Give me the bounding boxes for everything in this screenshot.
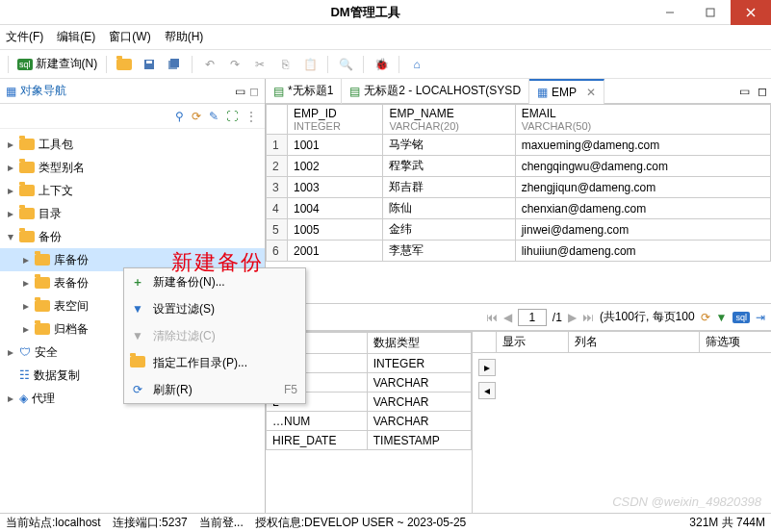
link-icon[interactable]: ⚲ bbox=[175, 110, 184, 123]
folder-icon bbox=[19, 231, 35, 242]
menu-window[interactable]: 窗口(W) bbox=[109, 29, 150, 45]
nav-icon: ▦ bbox=[6, 85, 16, 98]
sql-icon[interactable]: sql bbox=[732, 312, 750, 323]
sql-tab-icon: ▤ bbox=[273, 85, 284, 98]
menu-edit[interactable]: 编辑(E) bbox=[57, 29, 95, 45]
table-row[interactable]: 21002程擎武chengqingwu@dameng.com bbox=[267, 156, 771, 177]
refresh-icon[interactable]: ⟳ bbox=[701, 311, 710, 324]
redo-icon[interactable]: ↷ bbox=[223, 53, 246, 76]
tree-node-backup[interactable]: ▾备份 bbox=[0, 225, 265, 248]
ctx-set-filter[interactable]: ▼设置过滤(S) bbox=[124, 295, 305, 322]
schema-row[interactable]: HIRE_DATETIMESTAMP bbox=[267, 431, 472, 450]
nav-title: 对象导航 bbox=[20, 83, 231, 99]
open-folder-icon[interactable] bbox=[113, 53, 136, 76]
table-icon: ▦ bbox=[537, 86, 548, 99]
tab-restore-icon[interactable]: ◻ bbox=[754, 85, 771, 98]
editor-tabs: ▤*无标题1 ▤无标题2 - LOCALHOST(SYSD ▦EMP✕ ▭ ◻ bbox=[266, 79, 771, 104]
tree-node[interactable]: ▸工具包 bbox=[0, 133, 265, 156]
menu-file[interactable]: 文件(F) bbox=[6, 29, 43, 45]
filter-icon[interactable]: ▼ bbox=[716, 311, 728, 324]
col-header[interactable]: EMP_NAME bbox=[389, 107, 508, 120]
refresh-icon: ⟳ bbox=[130, 383, 145, 396]
replicate-icon: ☷ bbox=[19, 368, 30, 382]
table-row[interactable]: 62001李慧军lihuiiun@dameng.com bbox=[267, 241, 771, 262]
edit-icon[interactable]: ✎ bbox=[209, 110, 218, 123]
cut-icon[interactable]: ✂ bbox=[248, 53, 271, 76]
annotation-text: 新建备份 bbox=[171, 248, 264, 277]
maximize-button[interactable] bbox=[690, 0, 731, 25]
folder-icon bbox=[19, 162, 35, 173]
folder-icon bbox=[19, 139, 35, 150]
sql-tab-icon: ▤ bbox=[349, 85, 360, 98]
home-icon[interactable]: ⌂ bbox=[405, 53, 428, 76]
expand-icon[interactable]: ⛶ bbox=[226, 110, 238, 123]
menu-icon[interactable]: ⋮ bbox=[245, 110, 257, 123]
new-query-button[interactable]: sql 新建查询(N) bbox=[14, 53, 100, 76]
folder-icon bbox=[35, 300, 50, 312]
folder-icon bbox=[130, 356, 145, 370]
search-icon[interactable]: 🔍 bbox=[334, 53, 357, 76]
plus-icon: ＋ bbox=[130, 274, 145, 291]
tab-untitled2[interactable]: ▤无标题2 - LOCALHOST(SYSD bbox=[342, 79, 529, 104]
undo-icon[interactable]: ↶ bbox=[198, 53, 221, 76]
toolbar: sql 新建查询(N) ↶ ↷ ✂ ⎘ 📋 🔍 🐞 ⌂ bbox=[0, 50, 771, 79]
pager-next-icon[interactable]: ▶ bbox=[568, 311, 577, 324]
svg-rect-5 bbox=[146, 61, 152, 63]
menu-help[interactable]: 帮助(H) bbox=[165, 29, 204, 45]
pager-prev-icon[interactable]: ◀ bbox=[503, 311, 512, 324]
status-mem: 321M 共 744M bbox=[683, 515, 771, 531]
tab-close-icon[interactable]: ✕ bbox=[586, 86, 596, 99]
row-prev-icon[interactable]: ◂ bbox=[478, 382, 496, 399]
tab-emp[interactable]: ▦EMP✕ bbox=[529, 79, 604, 104]
col-header[interactable]: 筛选项 bbox=[699, 332, 771, 352]
col-header[interactable]: EMP_ID bbox=[294, 107, 376, 120]
tab-min-icon[interactable]: ▭ bbox=[735, 85, 754, 98]
tree-node[interactable]: ▸上下文 bbox=[0, 179, 265, 202]
data-grid[interactable]: EMP_IDINTEGER EMP_NAMEVARCHAR(20) EMAILV… bbox=[266, 104, 771, 304]
col-header[interactable]: 列名 bbox=[568, 332, 700, 352]
copy-icon[interactable]: ⎘ bbox=[273, 53, 296, 76]
folder-icon bbox=[19, 185, 35, 196]
close-button[interactable] bbox=[731, 0, 771, 25]
table-row[interactable]: 31003郑吉群zhengjiqun@dameng.com bbox=[267, 177, 771, 198]
ctx-clear-filter: ▼清除过滤(C) bbox=[124, 322, 305, 349]
ctx-refresh[interactable]: ⟳刷新(R)F5 bbox=[124, 376, 305, 403]
paste-icon[interactable]: 📋 bbox=[298, 53, 321, 76]
page-input[interactable] bbox=[518, 309, 547, 326]
folder-icon bbox=[35, 323, 50, 335]
pager-bar: ⏮ ◀ /1 ▶ ⏭ (共100行, 每页100 ⟳ ▼ sql ⇥ bbox=[266, 304, 771, 331]
tab-untitled1[interactable]: ▤*无标题1 bbox=[266, 79, 342, 104]
sql-icon: sql bbox=[17, 59, 33, 70]
pager-first-icon[interactable]: ⏮ bbox=[486, 311, 498, 324]
refresh-tree-icon[interactable]: ⟳ bbox=[192, 110, 201, 123]
panel-minimize-icon[interactable]: ▭ bbox=[235, 85, 245, 98]
svg-rect-7 bbox=[170, 59, 179, 67]
ctx-set-workdir[interactable]: 指定工作目录(P)... bbox=[124, 349, 305, 376]
panel-close-icon[interactable]: ◻ bbox=[249, 85, 259, 98]
tree-node[interactable]: ▸目录 bbox=[0, 202, 265, 225]
save-all-icon[interactable] bbox=[163, 53, 186, 76]
folder-icon bbox=[35, 254, 50, 266]
filter-icon: ▼ bbox=[130, 302, 145, 316]
menubar: 文件(F) 编辑(E) 窗口(W) 帮助(H) bbox=[0, 25, 771, 50]
col-header[interactable]: 显示 bbox=[496, 332, 568, 352]
folder-icon bbox=[35, 277, 50, 289]
minimize-button[interactable] bbox=[650, 0, 690, 25]
bug-icon[interactable]: 🐞 bbox=[370, 53, 393, 76]
pager-last-icon[interactable]: ⏭ bbox=[582, 311, 594, 324]
status-port: 连接端口:5237 bbox=[107, 515, 193, 531]
export-icon[interactable]: ⇥ bbox=[756, 311, 765, 324]
col-header[interactable]: EMAIL bbox=[522, 107, 764, 120]
table-row[interactable]: 11001马学铭maxueming@dameng.com bbox=[267, 135, 771, 156]
svg-rect-1 bbox=[707, 9, 714, 16]
save-icon[interactable] bbox=[138, 53, 161, 76]
table-row[interactable]: 51005金纬jinwei@dameng.com bbox=[267, 219, 771, 241]
context-menu: ＋新建备份(N)... ▼设置过滤(S) ▼清除过滤(C) 指定工作目录(P).… bbox=[123, 267, 306, 404]
titlebar: DM管理工具 bbox=[0, 0, 771, 25]
tree-node[interactable]: ▸类型别名 bbox=[0, 156, 265, 179]
status-auth: 授权信息:DEVELOP USER ~ 2023-05-25 bbox=[249, 515, 473, 531]
row-next-icon[interactable]: ▸ bbox=[478, 359, 496, 376]
table-row[interactable]: 41004陈仙chenxian@dameng.com bbox=[267, 198, 771, 219]
schema-row[interactable]: …NUMVARCHAR bbox=[267, 412, 472, 431]
status-bar: 当前站点:localhost 连接端口:5237 当前登... 授权信息:DEV… bbox=[0, 513, 771, 532]
